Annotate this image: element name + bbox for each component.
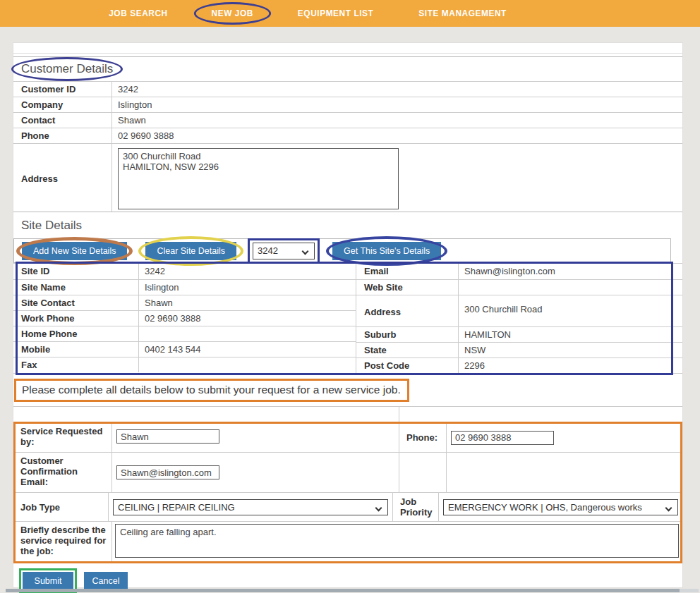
phone-value: 02 9690 3888 [112, 128, 682, 143]
email-value: Shawn@islington.com [459, 264, 682, 279]
content-page: Customer Details Customer ID 3242 Compan… [13, 42, 683, 588]
submit-button[interactable]: Submit [23, 572, 73, 590]
table-row: Phone 02 9690 3888 [13, 128, 682, 143]
home-phone-label: Home Phone [13, 326, 139, 341]
table-row: Customer ID 3242 [13, 81, 682, 97]
table-row: Contact Shawn [13, 112, 682, 128]
service-requested-label: Service Requested by: [13, 423, 112, 452]
clear-site-details-button[interactable]: Clear Site Details [145, 242, 236, 260]
site-details-table: Site ID 3242 Site Name Islington Site Co… [13, 263, 682, 374]
instruction-row: Please complete all details below to sub… [13, 374, 682, 407]
table-row: Suburb HAMILTON [356, 326, 682, 342]
horizontal-scrollbar-thumb[interactable] [6, 589, 680, 592]
state-value: NSW [459, 343, 682, 357]
add-new-site-details-button[interactable]: Add New Site Details [22, 242, 127, 260]
post-code-value: 2296 [459, 358, 682, 373]
table-row: Site Contact Shawn [13, 295, 356, 310]
customer-details-header: Customer Details [13, 57, 682, 81]
site-id-value: 3242 [139, 264, 356, 279]
work-phone-label: Work Phone [13, 311, 139, 326]
confirmation-email-label: Customer Confirmation Email: [13, 453, 112, 492]
table-row: Web Site [356, 279, 682, 295]
top-navbar: JOB SEARCH NEW JOB EQUIPMENT LIST SITE M… [0, 0, 700, 27]
job-priority-select[interactable]: EMERGENCY WORK | OHS, Dangerous works [443, 499, 678, 515]
table-row: Work Phone 02 9690 3888 [13, 310, 356, 326]
web-site-value [459, 280, 682, 295]
site-address-label: Address [356, 295, 459, 326]
work-phone-value: 02 9690 3888 [139, 311, 356, 326]
company-value: Islington [112, 97, 682, 112]
site-table-left: Site ID 3242 Site Name Islington Site Co… [13, 264, 356, 373]
table-row: Address 300 Churchill Road HAMILTON, NSW… [13, 143, 682, 212]
nav-item-job-search[interactable]: JOB SEARCH [109, 8, 168, 18]
job-priority-select-control[interactable]: EMERGENCY WORK | OHS, Dangerous works [444, 500, 677, 515]
site-id-label: Site ID [13, 264, 139, 279]
table-row: Company Islington [13, 97, 682, 112]
horizontal-scrollbar[interactable] [6, 589, 699, 592]
customer-details-title: Customer Details [21, 62, 113, 75]
table-row: State NSW [356, 342, 682, 357]
get-site-details-button[interactable]: Get This Site's Details [332, 242, 441, 260]
service-requested-input[interactable] [116, 429, 219, 444]
form-row: Service Requested by: Phone: [13, 422, 682, 452]
suburb-value: HAMILTON [459, 327, 682, 342]
nav-item-new-job-label: NEW JOB [212, 8, 253, 18]
job-type-label: Job Type [13, 493, 109, 521]
contact-value: Shawn [112, 113, 682, 128]
address-label: Address [13, 144, 112, 212]
table-row: Fax [13, 357, 356, 372]
site-contact-value: Shawn [139, 295, 356, 310]
site-id-select-control[interactable]: 3242 [253, 243, 314, 259]
site-address-value: 300 Churchill Road [459, 295, 682, 326]
nav-item-new-job[interactable]: NEW JOB [212, 8, 253, 18]
customer-id-label: Customer ID [13, 82, 112, 97]
suburb-label: Suburb [356, 327, 459, 342]
table-row: Email Shawn@islington.com [356, 264, 682, 279]
home-phone-value [139, 326, 356, 341]
nav-item-equipment-list[interactable]: EQUIPMENT LIST [297, 8, 373, 18]
spacer-cell [13, 407, 399, 422]
web-site-label: Web Site [356, 280, 459, 295]
instruction-message: Please complete all details below to sub… [14, 379, 409, 402]
site-contact-label: Site Contact [13, 295, 139, 310]
confirmation-email-input[interactable] [116, 465, 219, 479]
annotation-rect-site-select: 3242 [248, 238, 320, 264]
site-name-value: Islington [139, 280, 356, 295]
state-label: State [356, 343, 459, 357]
site-name-label: Site Name [13, 280, 139, 295]
company-label: Company [13, 97, 112, 112]
form-phone-label: Phone: [399, 423, 447, 452]
email-label: Email [356, 264, 459, 279]
customer-details-section: Customer Details Customer ID 3242 Compan… [13, 56, 682, 212]
form-row: Job Type CEILING | REPAIR CEILING Job Pr… [13, 492, 682, 521]
site-table-right: Email Shawn@islington.com Web Site Addre… [356, 264, 682, 373]
table-row: Mobile 0402 143 544 [13, 341, 356, 357]
customer-address-textarea[interactable]: 300 Churchill Road HAMILTON, NSW 2296 [118, 148, 399, 209]
table-row: Site ID 3242 [13, 264, 356, 279]
describe-label: Briefly describe the service required fo… [13, 522, 112, 562]
top-strip [13, 43, 682, 54]
site-id-select[interactable]: 3242 [253, 243, 315, 259]
cancel-button[interactable]: Cancel [84, 572, 128, 590]
fax-value [139, 357, 356, 372]
fax-label: Fax [13, 357, 139, 372]
phone-label: Phone [13, 128, 112, 143]
describe-textarea[interactable]: Ceiling are falling apart. [115, 524, 679, 558]
form-phone-input[interactable] [451, 431, 554, 445]
spacer-row [13, 407, 682, 422]
mobile-label: Mobile [13, 342, 139, 357]
instruction-text: Please complete all details below to sub… [22, 384, 401, 396]
table-row: Site Name Islington [13, 279, 356, 295]
site-details-title: Site Details [13, 212, 682, 238]
new-job-form: Service Requested by: Phone: Customer Co… [13, 422, 682, 563]
job-type-select[interactable]: CEILING | REPAIR CEILING [113, 499, 388, 515]
job-type-select-control[interactable]: CEILING | REPAIR CEILING [114, 500, 387, 515]
contact-label: Contact [13, 113, 112, 128]
mobile-value: 0402 143 544 [139, 342, 356, 357]
table-row: Address 300 Churchill Road [356, 295, 682, 326]
table-row: Home Phone [13, 326, 356, 341]
nav-item-site-management[interactable]: SITE MANAGEMENT [418, 8, 507, 18]
post-code-label: Post Code [356, 358, 459, 373]
table-row: Post Code 2296 [356, 357, 682, 373]
form-row: Customer Confirmation Email: [13, 452, 682, 492]
